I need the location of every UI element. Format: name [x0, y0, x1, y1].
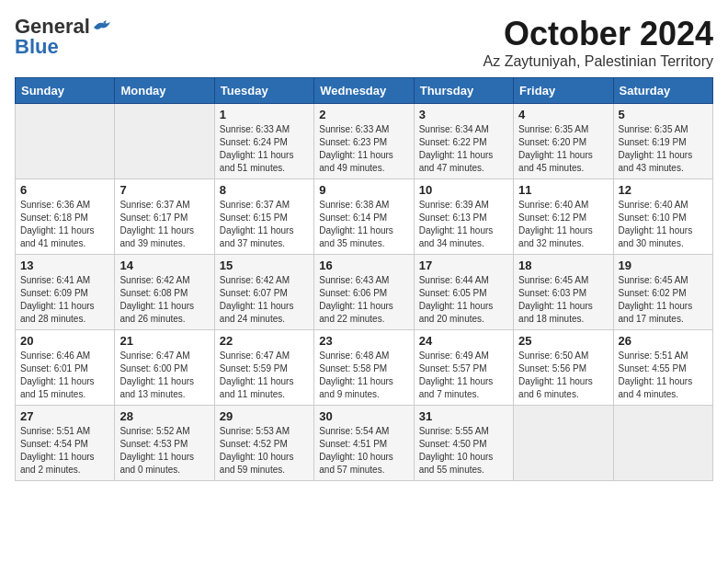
- day-of-week-header: Thursday: [414, 78, 513, 104]
- day-number: 17: [419, 259, 508, 272]
- day-info: Sunrise: 6:38 AMSunset: 6:14 PMDaylight:…: [319, 199, 408, 250]
- day-info: Sunrise: 5:53 AMSunset: 4:52 PMDaylight:…: [220, 425, 309, 477]
- day-number: 1: [220, 108, 309, 121]
- calendar-cell: 28Sunrise: 5:52 AMSunset: 4:53 PMDayligh…: [115, 406, 214, 481]
- day-info: Sunrise: 6:42 AMSunset: 6:07 PMDaylight:…: [220, 274, 309, 326]
- day-number: 10: [419, 183, 508, 197]
- day-info: Sunrise: 6:47 AMSunset: 6:00 PMDaylight:…: [119, 350, 209, 401]
- calendar-cell: 14Sunrise: 6:42 AMSunset: 6:08 PMDayligh…: [115, 255, 214, 330]
- day-number: 9: [319, 183, 408, 197]
- day-info: Sunrise: 6:47 AMSunset: 5:59 PMDaylight:…: [220, 350, 309, 401]
- header: General Blue October 2024 Az Zaytuniyah,…: [15, 15, 713, 70]
- calendar-cell: 16Sunrise: 6:43 AMSunset: 6:06 PMDayligh…: [314, 255, 414, 330]
- day-of-week-header: Tuesday: [214, 78, 313, 104]
- day-number: 24: [419, 334, 508, 348]
- day-info: Sunrise: 6:33 AMSunset: 6:23 PMDaylight:…: [319, 123, 408, 175]
- day-info: Sunrise: 6:40 AMSunset: 6:10 PMDaylight:…: [619, 199, 708, 250]
- calendar-cell: 10Sunrise: 6:39 AMSunset: 6:13 PMDayligh…: [414, 179, 513, 255]
- calendar-cell: 6Sunrise: 6:36 AMSunset: 6:18 PMDaylight…: [16, 179, 115, 255]
- calendar-cell: 2Sunrise: 6:33 AMSunset: 6:23 PMDaylight…: [314, 104, 414, 179]
- calendar-cell: 13Sunrise: 6:41 AMSunset: 6:09 PMDayligh…: [16, 255, 115, 330]
- day-number: 15: [220, 259, 309, 272]
- day-number: 26: [619, 334, 708, 348]
- day-number: 21: [119, 334, 209, 348]
- day-info: Sunrise: 5:54 AMSunset: 4:51 PMDaylight:…: [319, 425, 408, 477]
- calendar-header-row: SundayMondayTuesdayWednesdayThursdayFrid…: [16, 78, 713, 104]
- logo-blue: Blue: [15, 35, 59, 59]
- calendar-cell: 29Sunrise: 5:53 AMSunset: 4:52 PMDayligh…: [214, 406, 313, 481]
- day-info: Sunrise: 5:52 AMSunset: 4:53 PMDaylight:…: [119, 425, 209, 477]
- calendar-cell: [514, 406, 613, 481]
- calendar-cell: 9Sunrise: 6:38 AMSunset: 6:14 PMDaylight…: [314, 179, 414, 255]
- day-number: 16: [319, 259, 408, 272]
- day-number: 4: [518, 108, 608, 121]
- day-info: Sunrise: 6:41 AMSunset: 6:09 PMDaylight:…: [20, 274, 109, 326]
- day-number: 6: [20, 183, 109, 197]
- calendar-cell: [16, 104, 115, 179]
- day-info: Sunrise: 6:48 AMSunset: 5:58 PMDaylight:…: [319, 350, 408, 401]
- day-number: 31: [419, 409, 508, 423]
- day-info: Sunrise: 6:33 AMSunset: 6:24 PMDaylight:…: [220, 123, 309, 175]
- day-info: Sunrise: 6:39 AMSunset: 6:13 PMDaylight:…: [419, 199, 508, 250]
- day-info: Sunrise: 6:44 AMSunset: 6:05 PMDaylight:…: [419, 274, 508, 326]
- calendar-cell: 5Sunrise: 6:35 AMSunset: 6:19 PMDaylight…: [613, 104, 712, 179]
- day-number: 7: [119, 183, 209, 197]
- day-number: 3: [419, 108, 508, 121]
- calendar-week-row: 1Sunrise: 6:33 AMSunset: 6:24 PMDaylight…: [16, 104, 713, 179]
- day-number: 28: [119, 409, 209, 423]
- calendar-cell: 7Sunrise: 6:37 AMSunset: 6:17 PMDaylight…: [115, 179, 214, 255]
- day-info: Sunrise: 6:36 AMSunset: 6:18 PMDaylight:…: [20, 199, 109, 250]
- calendar-cell: 31Sunrise: 5:55 AMSunset: 4:50 PMDayligh…: [414, 406, 513, 481]
- calendar-cell: 27Sunrise: 5:51 AMSunset: 4:54 PMDayligh…: [16, 406, 115, 481]
- day-info: Sunrise: 6:50 AMSunset: 5:56 PMDaylight:…: [518, 350, 608, 401]
- day-number: 27: [20, 409, 109, 423]
- calendar-cell: 24Sunrise: 6:49 AMSunset: 5:57 PMDayligh…: [414, 330, 513, 406]
- day-info: Sunrise: 6:34 AMSunset: 6:22 PMDaylight:…: [419, 123, 508, 175]
- calendar-cell: 21Sunrise: 6:47 AMSunset: 6:00 PMDayligh…: [115, 330, 214, 406]
- day-info: Sunrise: 6:43 AMSunset: 6:06 PMDaylight:…: [319, 274, 408, 326]
- day-info: Sunrise: 6:37 AMSunset: 6:15 PMDaylight:…: [220, 199, 309, 250]
- day-number: 18: [518, 259, 608, 272]
- day-number: 12: [619, 183, 708, 197]
- day-number: 5: [619, 108, 708, 121]
- title-area: October 2024 Az Zaytuniyah, Palestinian …: [483, 15, 713, 70]
- day-number: 14: [119, 259, 209, 272]
- calendar-cell: 19Sunrise: 6:45 AMSunset: 6:02 PMDayligh…: [613, 255, 712, 330]
- calendar-cell: 4Sunrise: 6:35 AMSunset: 6:20 PMDaylight…: [514, 104, 613, 179]
- logo: General Blue: [15, 15, 112, 59]
- calendar-cell: 18Sunrise: 6:45 AMSunset: 6:03 PMDayligh…: [514, 255, 613, 330]
- day-info: Sunrise: 6:40 AMSunset: 6:12 PMDaylight:…: [518, 199, 608, 250]
- day-info: Sunrise: 6:49 AMSunset: 5:57 PMDaylight:…: [419, 350, 508, 401]
- day-number: 22: [220, 334, 309, 348]
- day-number: 19: [619, 259, 708, 272]
- day-number: 13: [20, 259, 109, 272]
- day-of-week-header: Monday: [115, 78, 214, 104]
- day-number: 30: [319, 409, 408, 423]
- day-number: 29: [220, 409, 309, 423]
- calendar-week-row: 20Sunrise: 6:46 AMSunset: 6:01 PMDayligh…: [16, 330, 713, 406]
- calendar-week-row: 13Sunrise: 6:41 AMSunset: 6:09 PMDayligh…: [16, 255, 713, 330]
- day-of-week-header: Saturday: [613, 78, 712, 104]
- calendar-cell: 20Sunrise: 6:46 AMSunset: 6:01 PMDayligh…: [16, 330, 115, 406]
- calendar-cell: 17Sunrise: 6:44 AMSunset: 6:05 PMDayligh…: [414, 255, 513, 330]
- day-of-week-header: Friday: [514, 78, 613, 104]
- calendar-week-row: 6Sunrise: 6:36 AMSunset: 6:18 PMDaylight…: [16, 179, 713, 255]
- calendar-cell: 8Sunrise: 6:37 AMSunset: 6:15 PMDaylight…: [214, 179, 313, 255]
- calendar-cell: 25Sunrise: 6:50 AMSunset: 5:56 PMDayligh…: [514, 330, 613, 406]
- day-info: Sunrise: 6:46 AMSunset: 6:01 PMDaylight:…: [20, 350, 109, 401]
- day-info: Sunrise: 6:45 AMSunset: 6:02 PMDaylight:…: [619, 274, 708, 326]
- day-of-week-header: Sunday: [16, 78, 115, 104]
- logo-bird-icon: [92, 18, 112, 35]
- calendar-cell: 3Sunrise: 6:34 AMSunset: 6:22 PMDaylight…: [414, 104, 513, 179]
- location-title: Az Zaytuniyah, Palestinian Territory: [483, 53, 713, 70]
- calendar-cell: 23Sunrise: 6:48 AMSunset: 5:58 PMDayligh…: [314, 330, 414, 406]
- calendar-cell: 1Sunrise: 6:33 AMSunset: 6:24 PMDaylight…: [214, 104, 313, 179]
- day-info: Sunrise: 5:55 AMSunset: 4:50 PMDaylight:…: [419, 425, 508, 477]
- day-number: 20: [20, 334, 109, 348]
- calendar-body: 1Sunrise: 6:33 AMSunset: 6:24 PMDaylight…: [16, 104, 713, 481]
- day-info: Sunrise: 6:45 AMSunset: 6:03 PMDaylight:…: [518, 274, 608, 326]
- calendar-cell: 12Sunrise: 6:40 AMSunset: 6:10 PMDayligh…: [613, 179, 712, 255]
- day-number: 8: [220, 183, 309, 197]
- calendar-cell: 26Sunrise: 5:51 AMSunset: 4:55 PMDayligh…: [613, 330, 712, 406]
- month-title: October 2024: [483, 15, 713, 53]
